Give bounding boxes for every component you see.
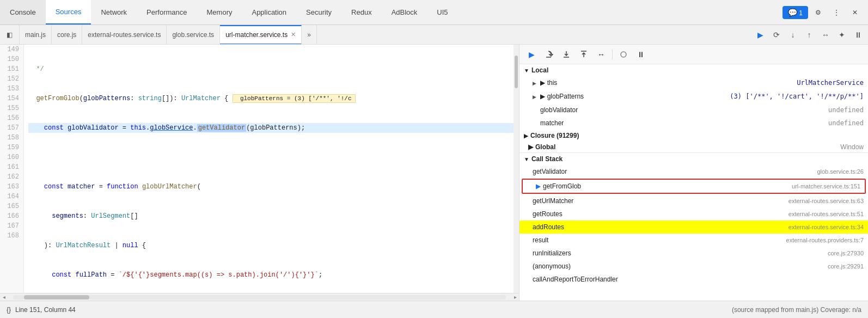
close-devtools-button[interactable]: ✕ bbox=[846, 4, 864, 21]
debug-toolbar: ▶ ↔ ⏸ bbox=[519, 45, 868, 64]
code-line-155: ): UrlMatchResult | null { bbox=[28, 241, 514, 250]
tab-application[interactable]: Application bbox=[242, 0, 296, 25]
horizontal-scrollbar[interactable]: ◂ ▸ bbox=[0, 293, 519, 301]
bracket-icon: {} bbox=[7, 306, 11, 314]
tab-ui5[interactable]: UI5 bbox=[427, 0, 457, 25]
code-lines-area[interactable]: */ getFromGlob(globPatterns: string[]): … bbox=[24, 45, 514, 293]
scrollbar-track bbox=[13, 295, 506, 299]
sidebar-panel-icon: ◧ bbox=[7, 31, 13, 39]
file-tab-external-routes[interactable]: external-routes.service.ts bbox=[82, 25, 167, 45]
tab-sources[interactable]: Sources bbox=[46, 0, 91, 25]
deactivate-breakpoints-button[interactable]: ✦ bbox=[834, 27, 849, 42]
gear-icon: ⚙ bbox=[815, 9, 821, 16]
code-line-151: const globValidator = this.globService.g… bbox=[28, 123, 514, 133]
pause-button[interactable]: ⏸ bbox=[851, 27, 866, 42]
pause-on-exceptions-button[interactable]: ⏸ bbox=[633, 47, 649, 62]
line-numbers-gutter: 149 150 151 152 153 154 155 156 157 158 … bbox=[0, 45, 24, 293]
step-debug-button[interactable]: ↔ bbox=[594, 47, 609, 62]
debug-globvalidator-item: globValidator undefined bbox=[519, 103, 868, 117]
tab-console[interactable]: Console bbox=[0, 0, 46, 25]
file-tab-glob-service[interactable]: glob.service.ts bbox=[167, 25, 220, 45]
scrollbar-thumb[interactable] bbox=[515, 56, 518, 88]
callstack-item-getroutes[interactable]: getRoutes external-routes.service.ts:51 bbox=[519, 207, 868, 221]
toolbar-separator bbox=[612, 49, 613, 60]
file-tabs-bar: ◧ main.js core.js external-routes.servic… bbox=[0, 25, 868, 45]
code-line-154: segments: UrlSegment[] bbox=[28, 211, 514, 221]
tabs-overflow-button[interactable]: » bbox=[302, 25, 317, 45]
active-frame-arrow: ▶ bbox=[536, 182, 541, 191]
step-out-button[interactable]: ↑ bbox=[802, 27, 817, 42]
local-section-header[interactable]: ▼ Local bbox=[519, 64, 868, 76]
file-tab-url-matcher[interactable]: url-matcher.service.ts ✕ bbox=[220, 25, 302, 45]
callstack-item-runinitializers[interactable]: runInitializers core.js:27930 bbox=[519, 247, 868, 260]
settings-button[interactable]: ⚙ bbox=[809, 4, 827, 21]
close-tab-button[interactable]: ✕ bbox=[291, 31, 296, 38]
main-content-area: 149 150 151 152 153 154 155 156 157 158 … bbox=[0, 45, 868, 301]
code-line-153: const matcher = function globUrlMatcher( bbox=[28, 182, 514, 192]
local-expand-icon: ▼ bbox=[524, 68, 529, 74]
deactivate-breakpoints-debug-button[interactable] bbox=[616, 47, 631, 62]
callstack-section-header[interactable]: ▼ Call Stack bbox=[519, 153, 868, 165]
scrollbar-thumb-h[interactable] bbox=[24, 295, 89, 299]
debug-this-item[interactable]: ▶ ▶ this UrlMatcherService bbox=[519, 76, 868, 90]
callstack-item-getfromglob[interactable]: ▶ getFromGlob url-matcher.service.ts:151 bbox=[522, 179, 866, 194]
scroll-left-button[interactable]: ◂ bbox=[0, 293, 8, 301]
step-into-debug-button[interactable] bbox=[559, 47, 574, 62]
status-info: (source mapped from main.js) Coverage: n… bbox=[732, 306, 861, 314]
closure-expand-icon: ▶ bbox=[524, 133, 528, 139]
debug-globpatterns-item[interactable]: ▶ ▶ globPatterns (3) ['/**', '!/cart', '… bbox=[519, 90, 868, 103]
code-editor-body[interactable]: 149 150 151 152 153 154 155 156 157 158 … bbox=[0, 45, 519, 293]
debug-body[interactable]: ▼ Local ▶ ▶ this UrlMatcherService ▶ ▶ g… bbox=[519, 64, 868, 301]
callstack-item-getvalidator[interactable]: getValidator glob.service.ts:26 bbox=[519, 165, 868, 178]
vertical-scrollbar[interactable] bbox=[514, 45, 519, 293]
closure-section-header[interactable]: ▶ Closure (91299) bbox=[519, 130, 868, 142]
scroll-right-button[interactable]: ▸ bbox=[511, 293, 519, 301]
code-line-150: getFromGlob(globPatterns: string[]): Url… bbox=[28, 94, 514, 103]
tab-security[interactable]: Security bbox=[296, 0, 341, 25]
tab-performance[interactable]: Performance bbox=[137, 0, 197, 25]
resume-button[interactable]: ▶ bbox=[524, 47, 539, 62]
callstack-item-result[interactable]: result external-routes.providers.ts:7 bbox=[519, 234, 868, 247]
step-over-debug-button[interactable] bbox=[541, 47, 557, 62]
status-left: {} Line 151, Column 44 bbox=[7, 306, 76, 314]
status-bar: {} Line 151, Column 44 (source mapped fr… bbox=[0, 301, 868, 318]
code-panel: 149 150 151 152 153 154 155 156 157 158 … bbox=[0, 45, 519, 301]
step-into-button[interactable]: ↓ bbox=[785, 27, 800, 42]
callstack-item-callandreport[interactable]: callAndReportToErrorHandler bbox=[519, 273, 868, 286]
svg-point-3 bbox=[621, 52, 626, 57]
file-tab-main-js[interactable]: main.js bbox=[20, 25, 52, 45]
code-line-152 bbox=[28, 152, 514, 162]
callstack-item-anonymous[interactable]: (anonymous) core.js:29291 bbox=[519, 260, 868, 273]
callstack-expand-icon: ▼ bbox=[524, 156, 529, 162]
more-menu-button[interactable]: ⋮ bbox=[828, 4, 845, 21]
tab-redux[interactable]: Redux bbox=[341, 0, 382, 25]
code-line-156: const fullPath = `/${'{'}segments.map((s… bbox=[28, 270, 514, 280]
play-button[interactable]: ▶ bbox=[753, 27, 768, 42]
step-button[interactable]: ↔ bbox=[818, 27, 833, 42]
feedback-badge[interactable]: 💬 1 bbox=[783, 6, 808, 19]
overflow-chevron-icon: » bbox=[307, 31, 311, 39]
top-nav: Console Sources Network Performance Memo… bbox=[0, 0, 868, 25]
callstack-item-geturlmatcher[interactable]: getUrlMatcher external-routes.service.ts… bbox=[519, 194, 868, 207]
tab-memory[interactable]: Memory bbox=[197, 0, 242, 25]
file-tab-actions: ▶ ⟳ ↓ ↑ ↔ ✦ ⏸ bbox=[753, 27, 868, 42]
global-section-row[interactable]: ▶ Global Window bbox=[519, 142, 868, 152]
close-icon: ✕ bbox=[852, 9, 858, 16]
more-icon: ⋮ bbox=[833, 9, 840, 16]
step-out-debug-button[interactable] bbox=[576, 47, 591, 62]
global-expand-icon: ▶ bbox=[528, 143, 533, 151]
callstack-item-addroutes[interactable]: addRoutes external-routes.service.ts:34 bbox=[519, 221, 868, 234]
sidebar-toggle-button[interactable]: ◧ bbox=[0, 25, 20, 45]
step-over-button[interactable]: ⟳ bbox=[769, 27, 784, 42]
file-tab-core-js[interactable]: core.js bbox=[52, 25, 82, 45]
nav-right-actions: 💬 1 ⚙ ⋮ ✕ bbox=[783, 0, 868, 25]
debug-panel: ▶ ↔ ⏸ ▼ Local ▶ ▶ this bbox=[519, 45, 868, 301]
tab-adblock[interactable]: AdBlock bbox=[382, 0, 427, 25]
callstack-section: ▼ Call Stack getValidator glob.service.t… bbox=[519, 152, 868, 286]
tab-network[interactable]: Network bbox=[91, 0, 137, 25]
debug-matcher-item: matcher undefined bbox=[519, 117, 868, 130]
code-line-149: */ bbox=[28, 64, 514, 74]
cursor-position: Line 151, Column 44 bbox=[15, 306, 76, 314]
